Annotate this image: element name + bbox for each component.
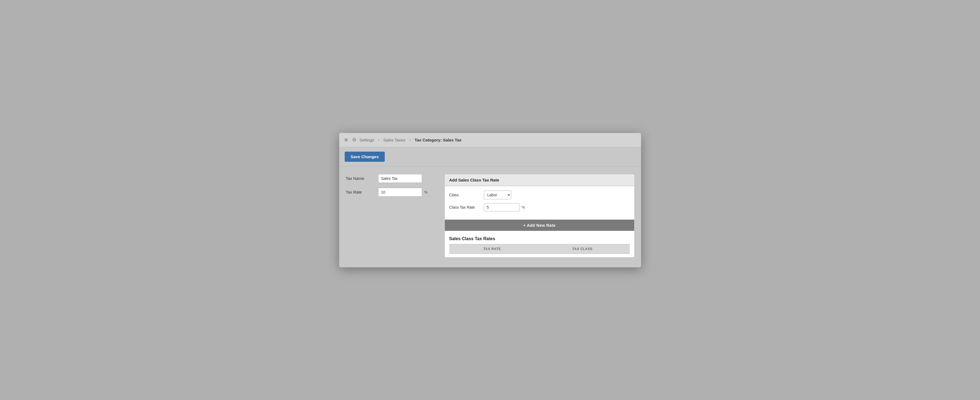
tax-rate-input[interactable] xyxy=(378,188,422,197)
rates-table-header-row: TAX RATE TAX CLASS xyxy=(449,244,630,254)
header-bar: ≡ ⚙ Settings › Sales Taxes › Tax Categor… xyxy=(339,133,641,147)
class-label: Class xyxy=(449,193,479,197)
tax-rate-input-group: % xyxy=(378,188,428,197)
col-tax-rate: TAX RATE xyxy=(449,244,535,254)
rates-title: Sales Class Tax Rates xyxy=(449,237,630,241)
tax-rate-label: Tax Rate xyxy=(346,190,373,194)
add-rate-panel-header: Add Sales Class Tax Rate xyxy=(445,175,634,186)
tax-rate-row: Tax Rate % xyxy=(346,188,434,197)
main-content: Tax Name Tax Rate % Add Sales Class Tax … xyxy=(339,167,641,267)
save-changes-button[interactable]: Save Changes xyxy=(345,152,385,162)
right-panel: Add Sales Class Tax Rate Class Labor Par… xyxy=(445,174,635,257)
gear-icon: ⚙ xyxy=(352,137,356,143)
tax-name-label: Tax Name xyxy=(346,176,373,181)
rates-section: Sales Class Tax Rates TAX RATE TAX CLASS xyxy=(445,231,634,257)
add-rate-panel-body: Class Labor Parts Service Class Tax Rate… xyxy=(445,186,634,220)
menu-icon[interactable]: ≡ xyxy=(345,137,348,143)
tax-name-row: Tax Name xyxy=(346,174,434,183)
rates-table: TAX RATE TAX CLASS xyxy=(449,244,630,254)
breadcrumb-sep-1: › xyxy=(378,137,379,142)
tax-name-input[interactable] xyxy=(378,174,422,183)
class-tax-rate-input-group: % xyxy=(484,203,525,211)
col-tax-class: TAX CLASS xyxy=(535,244,630,254)
class-row: Class Labor Parts Service xyxy=(449,190,630,199)
class-tax-rate-label: Class Tax Rate xyxy=(449,205,479,210)
main-window: ≡ ⚙ Settings › Sales Taxes › Tax Categor… xyxy=(339,133,641,267)
tax-rate-suffix: % xyxy=(424,190,428,194)
breadcrumb-current: Tax Category: Sales Tax xyxy=(415,138,461,142)
class-select[interactable]: Labor Parts Service xyxy=(484,190,511,199)
breadcrumb-sales-taxes[interactable]: Sales Taxes xyxy=(383,138,406,142)
add-new-rate-button[interactable]: + Add New Rate xyxy=(445,220,634,231)
left-panel: Tax Name Tax Rate % xyxy=(346,174,434,202)
breadcrumb-settings[interactable]: Settings xyxy=(359,138,374,142)
breadcrumb-sep-2: › xyxy=(409,137,410,142)
class-tax-rate-suffix: % xyxy=(522,205,525,210)
class-tax-rate-row: Class Tax Rate % xyxy=(449,203,630,211)
toolbar: Save Changes xyxy=(339,147,641,167)
class-tax-rate-input[interactable] xyxy=(484,203,520,211)
